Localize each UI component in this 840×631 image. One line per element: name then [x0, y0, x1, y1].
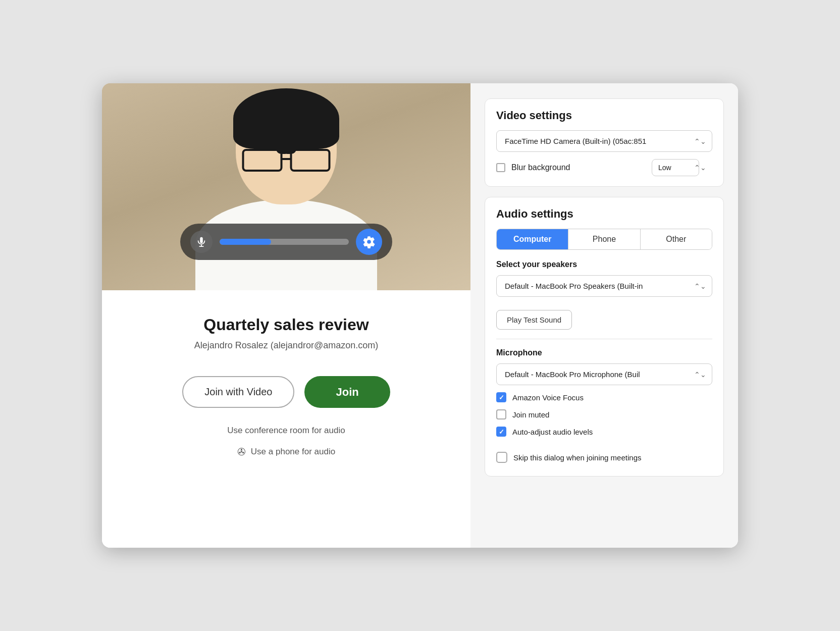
glasses-right-lens	[290, 149, 331, 172]
amazon-voice-focus-checkbox[interactable]	[496, 392, 506, 402]
tab-computer[interactable]: Computer	[497, 229, 568, 249]
glasses-left-lens	[242, 149, 283, 172]
glasses	[240, 149, 333, 172]
audio-settings-section: Audio settings Computer Phone Other Sele…	[485, 197, 724, 477]
head	[236, 88, 337, 204]
blur-level-wrapper: Low Medium High ⌃⌄	[652, 159, 712, 176]
right-panel: Video settings FaceTime HD Camera (Built…	[470, 83, 738, 548]
meeting-info: Quartely sales review Alejandro Rosalez …	[102, 290, 470, 548]
section-divider	[496, 339, 712, 339]
skip-dialog-row: Skip this dialog when joining meetings	[496, 444, 712, 466]
blur-background-checkbox[interactable]	[496, 163, 505, 172]
video-settings-section: Video settings FaceTime HD Camera (Built…	[485, 98, 724, 187]
auto-adjust-label: Auto-adjust audio levels	[512, 428, 593, 436]
microphone-label: Microphone	[496, 348, 712, 357]
meeting-dialog: Quartely sales review Alejandro Rosalez …	[102, 83, 738, 548]
microphone-icon	[196, 236, 207, 247]
speakers-select[interactable]: Default - MacBook Pro Speakers (Built-in	[496, 275, 712, 297]
play-test-sound-button[interactable]: Play Test Sound	[496, 310, 572, 330]
microphone-button[interactable]	[190, 231, 213, 253]
meeting-title: Quartely sales review	[203, 316, 369, 334]
audio-tabs: Computer Phone Other	[496, 229, 712, 250]
join-button[interactable]: Join	[304, 376, 390, 408]
mic-bar	[180, 224, 392, 260]
tab-other[interactable]: Other	[641, 229, 712, 249]
microphone-select-wrapper: Default - MacBook Pro Microphone (Buil‌ …	[496, 363, 712, 385]
phone-audio-label: Use a phone for audio	[251, 447, 335, 457]
auto-adjust-row: Auto-adjust audio levels	[496, 427, 712, 437]
skip-dialog-checkbox[interactable]	[496, 452, 507, 463]
blur-level-select[interactable]: Low Medium High	[652, 159, 699, 176]
speakers-label: Select your speakers	[496, 260, 712, 269]
meeting-user: Alejandro Rosalez (alejandror@amazon.com…	[194, 340, 378, 351]
skip-dialog-label: Skip this dialog when joining meetings	[513, 453, 641, 462]
speakers-select-wrapper: Default - MacBook Pro Speakers (Built-in…	[496, 275, 712, 297]
microphone-select[interactable]: Default - MacBook Pro Microphone (Buil‌	[496, 363, 712, 385]
camera-select[interactable]: FaceTime HD Camera (Built-in) (05ac:851	[496, 130, 712, 152]
tab-phone[interactable]: Phone	[568, 229, 640, 249]
amazon-voice-focus-row: Amazon Voice Focus	[496, 392, 712, 402]
join-with-video-button[interactable]: Join with Video	[182, 376, 294, 408]
conference-room-link[interactable]: Use conference room for audio	[227, 426, 345, 436]
blur-background-row: Blur background Low Medium High ⌃⌄	[496, 159, 712, 176]
auto-adjust-checkbox[interactable]	[496, 427, 506, 437]
gear-icon	[362, 235, 376, 248]
video-settings-title: Video settings	[496, 109, 712, 122]
camera-select-wrapper: FaceTime HD Camera (Built-in) (05ac:851 …	[496, 130, 712, 152]
phone-icon: ✇	[237, 446, 246, 458]
join-muted-row: Join muted	[496, 409, 712, 419]
left-panel: Quartely sales review Alejandro Rosalez …	[102, 83, 470, 548]
join-buttons: Join with Video Join	[182, 376, 390, 408]
svg-rect-0	[200, 237, 203, 243]
glasses-bridge	[282, 158, 291, 160]
join-muted-label: Join muted	[512, 410, 549, 419]
phone-audio-link[interactable]: ✇ Use a phone for audio	[237, 446, 335, 458]
mic-level-bar	[220, 239, 349, 245]
mic-level-fill	[220, 239, 271, 245]
audio-settings-title: Audio settings	[496, 207, 712, 221]
gear-button[interactable]	[356, 229, 382, 255]
amazon-voice-focus-label: Amazon Voice Focus	[512, 393, 584, 402]
video-preview	[102, 83, 470, 290]
blur-background-label: Blur background	[511, 163, 646, 172]
join-muted-checkbox[interactable]	[496, 409, 506, 419]
